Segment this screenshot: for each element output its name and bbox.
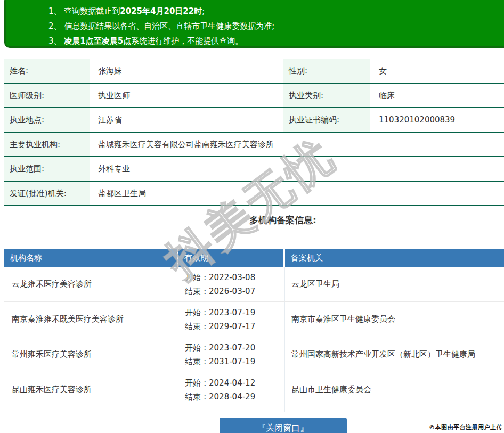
info-row-main-org: 主要执业机构: 盐城雍禾医疗美容有限公司盐南雍禾医疗美容诊所 [4, 133, 504, 157]
level-label: 医师级别: [4, 84, 90, 107]
level-value: 执业医师 [90, 84, 283, 107]
category-value: 临床 [370, 84, 504, 107]
location-value: 江苏省 [90, 108, 283, 132]
info-row-level-category: 医师级别: 执业医师 执业类别: 临床 [4, 84, 504, 108]
notice-2-text: 2、 信息数据结果以各省、自治区、直辖市卫生健康委数据为准; [48, 21, 274, 31]
close-window-button[interactable]: 『关闭窗口』 [220, 418, 347, 433]
header-org-name: 机构名称 [4, 249, 178, 267]
end-label: 结束： [185, 322, 209, 331]
gender-value: 女 [370, 59, 504, 83]
header-valid-period: 有效期 [178, 249, 285, 267]
cert-value: 110320102000839 [370, 108, 504, 132]
org-name: 云龙雍禾医疗美容诊所 [4, 267, 178, 301]
start-label: 开始： [185, 273, 209, 282]
start-date: 2023-07-19 [209, 308, 255, 317]
location-label: 执业地点: [4, 108, 90, 132]
empty-cell [178, 407, 285, 412]
org-name: 南京秦淮雍禾既美医疗美容诊所 [4, 302, 178, 337]
notice-1-text: 1、 查询数据截止到 [48, 6, 120, 16]
start-date: 2022-03-08 [209, 273, 255, 282]
main-org-value: 盐城雍禾医疗美容有限公司盐南雍禾医疗美容诊所 [90, 133, 504, 156]
scope-label: 执业范围: [4, 157, 90, 181]
main-org-label: 主要执业机构: [4, 133, 90, 156]
end-label: 结束： [185, 357, 209, 366]
org-name: 常州雍禾医疗美容诊所 [4, 337, 178, 372]
end-label: 结束： [185, 392, 209, 402]
filing-row: 南京秦淮雍禾既美医疗美容诊所 开始：2023-07-19 结束：2029-07-… [4, 302, 504, 337]
empty-cell [285, 407, 504, 412]
start-date: 2024-04-12 [209, 378, 255, 388]
org-name: 昆山雍禾医疗美容诊所 [4, 372, 178, 407]
end-label: 结束： [185, 287, 209, 296]
header-authority: 备案机关 [285, 249, 504, 267]
copyright-note: ©本图由平台注册用户上传 [429, 423, 502, 431]
period-end: 结束：2026-03-07 [185, 284, 255, 298]
notice-line-2: 2、 信息数据结果以各省、自治区、直辖市卫生健康委数据为准; [48, 19, 504, 34]
name-label: 姓名: [4, 59, 90, 83]
notice-3-text: 3、 [48, 36, 64, 46]
start-label: 开始： [185, 343, 209, 353]
period-end: 结束：2029-07-17 [185, 320, 255, 333]
valid-period: 开始：2023-07-19 结束：2029-07-17 [178, 302, 285, 337]
filing-table: 机构名称 有效期 备案机关 云龙雍禾医疗美容诊所 开始：2022-03-08 结… [4, 249, 504, 412]
end-date: 2026-03-07 [209, 287, 255, 296]
info-row-issuer: 发证(批准)机关: 盐都区卫生局 [4, 182, 504, 206]
valid-period: 开始：2024-04-12 结束：2028-04-29 [178, 372, 285, 407]
period-start: 开始：2024-04-12 [185, 376, 255, 390]
notice-3-post: 系统进行维护，不能提供查询。 [131, 36, 243, 46]
notice-1-post: ; [202, 6, 205, 16]
scope-value: 外科专业 [90, 157, 504, 181]
start-label: 开始： [185, 308, 209, 317]
notice-line-3: 3、 凌晨1点至凌晨5点系统进行维护，不能提供查询。 [48, 34, 504, 48]
filing-row: 云龙雍禾医疗美容诊所 开始：2022-03-08 结束：2026-03-07 云… [4, 267, 504, 302]
doctor-info-table: 姓名: 张海妹 性别: 女 医师级别: 执业医师 执业类别: 临床 执业地点: … [4, 59, 504, 206]
filing-authority: 昆山市卫生健康委员会 [285, 372, 504, 407]
filing-row: 昆山雍禾医疗美容诊所 开始：2024-04-12 结束：2028-04-29 昆… [4, 372, 504, 407]
filing-authority: 云龙区卫生局 [285, 267, 504, 301]
info-row-name-gender: 姓名: 张海妹 性别: 女 [4, 59, 504, 84]
issuer-value: 盐都区卫生局 [90, 182, 504, 205]
period-start: 开始：2022-03-08 [185, 271, 255, 284]
name-value: 张海妹 [90, 59, 283, 83]
period-end: 结束：2028-04-29 [185, 390, 255, 404]
issuer-label: 发证(批准)机关: [4, 182, 90, 205]
notice-banner: 1、 查询数据截止到2025年4月20日22时; 2、 信息数据结果以各省、自治… [4, 0, 504, 48]
filing-authority: 南京市秦淮区卫生健康委员会 [285, 302, 504, 337]
start-label: 开始： [185, 378, 209, 388]
end-date: 2029-07-17 [209, 322, 255, 331]
page-content: 1、 查询数据截止到2025年4月20日22时; 2、 信息数据结果以各省、自治… [4, 0, 504, 433]
period-start: 开始：2023-07-19 [185, 306, 255, 320]
filing-row-empty [4, 407, 504, 412]
notice-3-bold: 凌晨1点至凌晨5点 [64, 36, 131, 46]
section-divider [4, 235, 504, 235]
notice-line-1: 1、 查询数据截止到2025年4月20日22时; [48, 4, 504, 19]
filing-section-title: 多机构备案信息: [4, 214, 504, 226]
gender-label: 性别: [283, 59, 370, 83]
query-result-page: 1、 查询数据截止到2025年4月20日22时; 2、 信息数据结果以各省、自治… [0, 0, 504, 433]
valid-period: 开始：2022-03-08 结束：2026-03-07 [178, 267, 285, 301]
end-date: 2031-07-19 [209, 357, 255, 366]
category-label: 执业类别: [283, 84, 370, 107]
period-end: 结束：2031-07-19 [185, 355, 255, 369]
valid-period: 开始：2023-07-20 结束：2031-07-19 [178, 337, 285, 372]
end-date: 2028-04-29 [209, 392, 255, 402]
cert-label: 执业证书编码: [283, 108, 370, 132]
info-row-location-cert: 执业地点: 江苏省 执业证书编码: 110320102000839 [4, 108, 504, 133]
info-row-scope: 执业范围: 外科专业 [4, 157, 504, 182]
start-date: 2023-07-20 [209, 343, 255, 353]
period-start: 开始：2023-07-20 [185, 341, 255, 355]
filing-row: 常州雍禾医疗美容诊所 开始：2023-07-20 结束：2031-07-19 常… [4, 337, 504, 372]
filing-table-header: 机构名称 有效期 备案机关 [4, 249, 504, 267]
empty-cell [4, 407, 178, 412]
filing-authority: 常州国家高新技术产业开发区（新北区）卫生健康局 [285, 337, 504, 372]
notice-1-bold: 2025年4月20日22时 [120, 6, 202, 16]
